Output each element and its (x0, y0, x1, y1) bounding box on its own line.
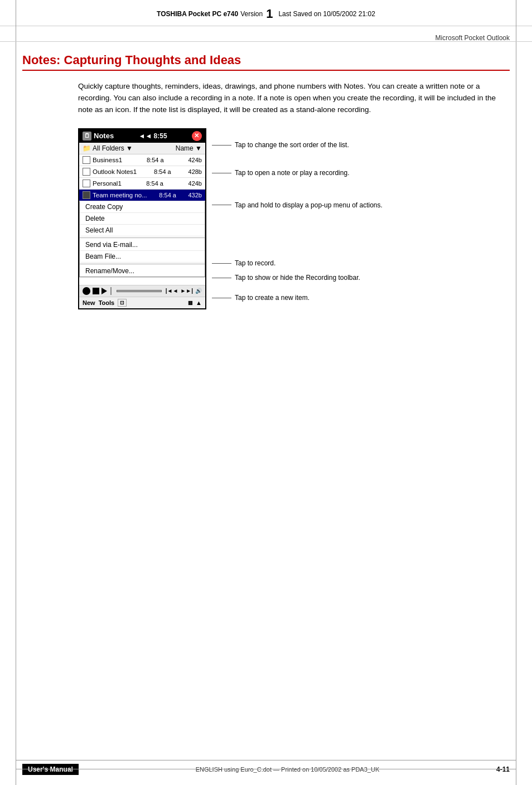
annotation-line (212, 298, 231, 298)
header-brand: TOSHIBA Pocket PC e740 (157, 10, 238, 18)
note-time: 8:54 a (159, 192, 176, 198)
pda-folder-toolbar: 📁 All Folders ▼ Name ▼ (79, 143, 205, 154)
note-icon (83, 168, 90, 176)
skip-start-button[interactable]: |◄◄ (166, 288, 178, 294)
header-saved: Last Saved on 10/05/2002 21:02 (278, 10, 375, 18)
footer: User's Manual ENGLISH using Euro_C.dot —… (22, 764, 510, 775)
annotation-line (212, 278, 231, 278)
pda-notes-list: Business1 8:54 a 424b Outlook Notes1 8:5… (79, 154, 205, 201)
note-size: 432b (188, 192, 202, 198)
menu-separator (80, 264, 205, 264)
footer-rule-top (16, 760, 516, 760)
pda-app-icon: 🗒 (83, 132, 91, 140)
pda-context-menu: Create Copy Delete Select All Send via E… (79, 201, 205, 277)
pda-bottom-bar: New Tools ⊡ ▦ ▲ (79, 297, 205, 308)
note-name: Outlook Notes1 (93, 168, 137, 175)
note-size: 428b (188, 168, 202, 175)
folder-icon: 📁 (83, 144, 91, 152)
keyboard-icon[interactable]: ▦ (188, 300, 194, 306)
note-time: 8:54 a (147, 157, 164, 163)
stop-button[interactable] (93, 288, 99, 294)
annotation-recording-toolbar: Tap to show or hide the Recording toolba… (212, 273, 504, 283)
tools-icon: ⊡ (118, 299, 127, 307)
annotation-line (212, 173, 231, 173)
pda-titlebar: 🗒 Notes ◄◄ 8:55 ✕ (79, 129, 205, 143)
note-name: Personal1 (93, 180, 122, 187)
annotation-line (212, 145, 231, 146)
annotation-text: Tap to change the sort order of the list… (235, 140, 349, 150)
speaker-icon[interactable]: 🔊 (195, 288, 202, 294)
menu-item-beam-file[interactable]: Beam File... (80, 251, 205, 263)
sort-label: Name ▼ (176, 144, 202, 152)
annotations-area: Tap to change the sort order of the list… (212, 128, 504, 307)
annotation-line (212, 205, 231, 205)
pda-time: ◄◄ 8:55 (139, 132, 167, 140)
note-icon (83, 180, 90, 187)
pda-screenshot: 🗒 Notes ◄◄ 8:55 ✕ 📁 All Folders ▼ Name ▼ (78, 128, 206, 309)
expand-icon[interactable]: ▲ (196, 299, 202, 306)
tools-button[interactable]: Tools (99, 299, 115, 306)
annotation-text: Tap and hold to display a pop-up menu of… (235, 201, 383, 210)
skip-end-button[interactable]: ►►| (180, 288, 193, 294)
list-item[interactable]: Team meeting no... 8:54 a 432b (79, 190, 205, 201)
annotation-text: Tap to record. (235, 259, 275, 268)
folder-label: All Folders ▼ (93, 144, 133, 152)
pda-close-button[interactable]: ✕ (192, 131, 202, 141)
slider-handle (110, 287, 112, 295)
pda-folder-dropdown[interactable]: 📁 All Folders ▼ (83, 144, 133, 152)
page-title: Notes: Capturing Thoughts and Ideas (22, 53, 510, 71)
note-time: 8:54 a (146, 180, 163, 187)
intro-paragraph: Quickly capture thoughts, reminders, ide… (78, 81, 499, 116)
annotation-text: Tap to create a new item. (235, 293, 309, 303)
note-name: Team meeting no... (93, 192, 147, 198)
section-label: Microsoft Pocket Outlook (436, 34, 510, 42)
annotation-text: Tap to show or hide the Recording toolba… (235, 273, 360, 283)
note-size: 424b (188, 180, 202, 187)
footer-rule-bottom (16, 769, 516, 769)
annotation-text: Tap to open a note or play a recording. (235, 168, 349, 178)
list-item[interactable]: Personal1 8:54 a 424b (79, 178, 205, 190)
playback-slider[interactable] (117, 290, 162, 292)
menu-item-send-email[interactable]: Send via E-mail... (80, 239, 205, 251)
annotation-open-note: Tap to open a note or play a recording. (212, 168, 504, 178)
list-item[interactable]: Business1 8:54 a 424b (79, 154, 205, 166)
annotation-create-new: Tap to create a new item. (212, 293, 504, 303)
header-version-label: Version (240, 10, 263, 18)
note-name: Business1 (93, 157, 122, 163)
new-button[interactable]: New (83, 299, 95, 306)
menu-item-delete[interactable]: Delete (80, 213, 205, 225)
pda-sort-dropdown[interactable]: Name ▼ (176, 144, 202, 152)
footer-manual-label: User's Manual (22, 764, 79, 775)
note-icon (83, 156, 90, 164)
note-time: 8:54 a (154, 168, 171, 175)
play-button[interactable] (101, 288, 107, 294)
record-button[interactable] (83, 287, 90, 295)
pda-app-name: Notes (94, 132, 114, 140)
pda-recording-toolbar: |◄◄ ►►| 🔊 (79, 285, 205, 297)
footer-page-num: 4-11 (496, 765, 510, 773)
note-icon (83, 191, 90, 199)
menu-item-rename-move[interactable]: Rename/Move... (80, 265, 205, 277)
annotation-popup-menu: Tap and hold to display a pop-up menu of… (212, 201, 504, 210)
footer-print-info: ENGLISH using Euro_C.dot — Printed on 10… (79, 766, 496, 773)
note-size: 424b (188, 157, 202, 163)
menu-separator (80, 238, 205, 238)
annotation-sort-order: Tap to change the sort order of the list… (212, 140, 504, 150)
menu-item-create-copy[interactable]: Create Copy (80, 201, 205, 213)
menu-item-select-all[interactable]: Select All (80, 225, 205, 236)
header-version-num: 1 (266, 8, 273, 20)
annotation-line (212, 263, 231, 264)
list-item[interactable]: Outlook Notes1 8:54 a 428b (79, 166, 205, 178)
annotation-record: Tap to record. (212, 259, 504, 268)
